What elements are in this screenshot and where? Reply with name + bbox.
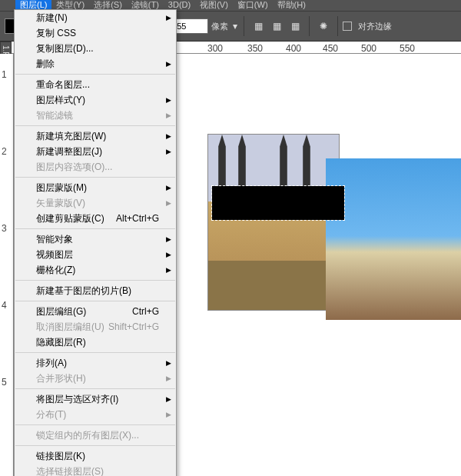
menu-item-label: 图层内容选项(O)... bbox=[36, 161, 112, 172]
menu-item[interactable]: 新建(N)▶ bbox=[15, 10, 176, 25]
menu-item: 分布(T)▶ bbox=[15, 407, 176, 422]
menubar-item[interactable]: 帮助(H) bbox=[273, 0, 310, 11]
menu-separator bbox=[15, 424, 175, 425]
menu-item-label: 排列(A) bbox=[36, 358, 67, 368]
submenu-arrow-icon: ▶ bbox=[166, 262, 171, 278]
menu-separator bbox=[15, 301, 175, 301]
menu-item[interactable]: 将图层与选区对齐(I)▶ bbox=[15, 391, 176, 407]
submenu-arrow-icon: ▶ bbox=[166, 371, 171, 386]
menu-item-label: 图层编组(G) bbox=[36, 306, 86, 317]
menu-item[interactable]: 新建基于图层的切片(B) bbox=[15, 283, 176, 298]
menu-separator bbox=[15, 445, 175, 446]
menu-item-label: 创建剪贴蒙版(C) bbox=[36, 213, 104, 224]
menu-item[interactable]: 新建调整图层(J)▶ bbox=[15, 144, 176, 159]
align-left-icon[interactable]: ▦ bbox=[251, 19, 265, 33]
menu-item-label: 隐藏图层(R) bbox=[36, 337, 86, 348]
ruler-tick: 5 bbox=[2, 377, 7, 388]
menu-separator bbox=[15, 352, 175, 353]
menu-item[interactable]: 智能对象▶ bbox=[15, 231, 176, 247]
ruler-tick: 450 bbox=[323, 43, 338, 54]
menu-item-label: 智能滤镜 bbox=[36, 110, 73, 121]
image-layer-buildings[interactable] bbox=[207, 134, 340, 311]
menu-separator bbox=[15, 177, 175, 178]
submenu-arrow-icon: ▶ bbox=[166, 144, 171, 159]
submenu-arrow-icon: ▶ bbox=[166, 180, 171, 195]
menu-item[interactable]: 创建剪贴蒙版(C)Alt+Ctrl+G bbox=[15, 211, 176, 226]
menu-separator bbox=[15, 388, 175, 389]
menu-item-label: 锁定组内的所有图层(X)... bbox=[36, 430, 139, 441]
menu-item[interactable]: 删除▶ bbox=[15, 56, 176, 72]
menu-item[interactable]: 隐藏图层(R) bbox=[15, 335, 176, 350]
menu-separator bbox=[15, 74, 175, 75]
menu-item-label: 栅格化(Z) bbox=[36, 265, 75, 275]
submenu-arrow-icon: ▶ bbox=[166, 391, 171, 407]
menu-item[interactable]: 复制 CSS bbox=[15, 25, 176, 41]
menu-item-label: 重命名图层... bbox=[36, 79, 90, 90]
separator bbox=[309, 16, 310, 36]
menu-item-label: 图层样式(Y) bbox=[36, 95, 85, 105]
align-edges-label: 对齐边缘 bbox=[358, 21, 392, 32]
menu-item-label: 复制图层(D)... bbox=[36, 43, 94, 54]
menu-item[interactable]: 图层样式(Y)▶ bbox=[15, 92, 176, 108]
menu-separator bbox=[15, 228, 175, 229]
submenu-arrow-icon: ▶ bbox=[166, 128, 171, 144]
menu-item-label: 智能对象 bbox=[36, 234, 73, 245]
gear-icon[interactable]: ✺ bbox=[317, 19, 330, 33]
menu-item[interactable]: 链接图层(K) bbox=[15, 448, 176, 464]
menu-item-label: 复制 CSS bbox=[36, 28, 76, 38]
ruler-tick: 1 bbox=[2, 69, 7, 80]
menu-item: 图层内容选项(O)... bbox=[15, 159, 176, 175]
menu-item: 合并形状(H)▶ bbox=[15, 371, 176, 386]
submenu-arrow-icon: ▶ bbox=[166, 247, 171, 262]
separator bbox=[337, 16, 338, 36]
menu-item[interactable]: 排列(A)▶ bbox=[15, 355, 176, 371]
image-layer-beach[interactable] bbox=[326, 158, 461, 320]
height-input[interactable] bbox=[173, 18, 208, 34]
submenu-arrow-icon: ▶ bbox=[166, 108, 171, 123]
menubar-item[interactable]: 窗口(W) bbox=[233, 0, 273, 11]
menu-item[interactable]: 新建填充图层(W)▶ bbox=[15, 128, 176, 144]
align-edges-checkbox[interactable] bbox=[343, 22, 352, 31]
menu-item[interactable]: 图层编组(G)Ctrl+G bbox=[15, 304, 176, 319]
height-unit: 像素 bbox=[211, 21, 228, 32]
ruler-tick: 4 bbox=[2, 300, 7, 311]
menu-item-label: 图层蒙版(M) bbox=[36, 182, 87, 193]
menu-shortcut: Shift+Ctrl+G bbox=[108, 319, 159, 335]
ruler-tick: 500 bbox=[361, 43, 376, 54]
menu-item[interactable]: 图层蒙版(M)▶ bbox=[15, 180, 176, 195]
align-right-icon[interactable]: ▦ bbox=[288, 19, 302, 33]
menu-item-label: 新建(N) bbox=[36, 12, 68, 23]
ruler-tick: 3 bbox=[2, 223, 7, 234]
ruler-tick: 400 bbox=[286, 43, 301, 54]
menu-item[interactable]: 栅格化(Z)▶ bbox=[15, 262, 176, 278]
ruler-tick: 300 bbox=[207, 43, 223, 54]
menu-item: 取消图层编组(U)Shift+Ctrl+G bbox=[15, 319, 176, 335]
menu-separator bbox=[15, 125, 175, 126]
menu-shortcut: Alt+Ctrl+G bbox=[116, 211, 159, 226]
menu-item-label: 链接图层(K) bbox=[36, 451, 85, 461]
ruler-tick: 550 bbox=[400, 43, 415, 54]
ruler-tick: 350 bbox=[247, 43, 263, 54]
menu-item: 智能滤镜▶ bbox=[15, 108, 176, 123]
menu-item[interactable]: 重命名图层... bbox=[15, 77, 176, 92]
menu-item[interactable]: 视频图层▶ bbox=[15, 247, 176, 262]
menu-item-label: 新建填充图层(W) bbox=[36, 131, 106, 141]
menu-shortcut: Ctrl+G bbox=[132, 304, 159, 319]
menubar-item[interactable]: 视图(V) bbox=[195, 0, 233, 11]
submenu-arrow-icon: ▶ bbox=[166, 92, 171, 108]
menu-item-label: 新建调整图层(J) bbox=[36, 146, 102, 157]
menu-item: 选择链接图层(S) bbox=[15, 464, 176, 476]
submenu-arrow-icon: ▶ bbox=[166, 10, 171, 25]
menu-item[interactable]: 复制图层(D)... bbox=[15, 41, 176, 56]
rectangle-shape[interactable] bbox=[212, 186, 344, 220]
submenu-arrow-icon: ▶ bbox=[166, 56, 171, 72]
menu-item-label: 选择链接图层(S) bbox=[36, 466, 104, 476]
menu-separator bbox=[15, 280, 175, 281]
menu-item-label: 分布(T) bbox=[36, 409, 66, 420]
dropdown-icon[interactable]: ▾ bbox=[231, 21, 239, 32]
menu-item: 锁定组内的所有图层(X)... bbox=[15, 428, 176, 443]
ruler-vertical: 12345 bbox=[0, 54, 14, 476]
layer-menu: 新建(N)▶复制 CSS复制图层(D)...删除▶重命名图层...图层样式(Y)… bbox=[14, 9, 177, 476]
submenu-arrow-icon: ▶ bbox=[166, 355, 171, 371]
align-center-icon[interactable]: ▦ bbox=[270, 19, 284, 33]
